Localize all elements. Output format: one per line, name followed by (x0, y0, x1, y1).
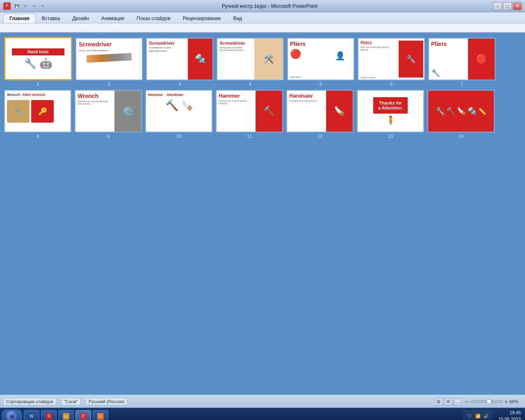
slide2-screwdriver-img (87, 53, 132, 63)
slide-item-12[interactable]: Handsaw In woodworking and carpentry... … (286, 90, 354, 139)
slide-item-9[interactable]: Wrench Wrenches are used for tightening … (75, 90, 142, 139)
tab-design[interactable]: Дизайн (66, 14, 95, 23)
tab-slideshow[interactable]: Показ слайдов (130, 14, 177, 23)
slide-num-14: 14 (459, 134, 463, 139)
taskbar-yandex[interactable]: Я (41, 410, 57, 420)
slide-item-10[interactable]: HammerHandsaw 🔨 🪚 10 (145, 90, 212, 139)
slide-thumb-1[interactable]: Hand tools 🔧 🤖 (4, 37, 72, 80)
slide7-tool-img: 🔧 (431, 68, 440, 78)
slide-thumb-3[interactable]: Screwdriver A screwdriver is used...tigh… (146, 38, 213, 80)
tab-animation[interactable]: Анимация (95, 14, 130, 23)
ribbon-tabs: Главная Вставка Дизайн Анимация Показ сл… (0, 12, 525, 23)
slide-thumb-2[interactable]: Screwdriver Инстр. для завинчивания (75, 38, 143, 80)
tab-view[interactable]: Вид (227, 14, 248, 23)
slide-sorter-icon[interactable]: ⊞ (444, 398, 452, 405)
slide-item-7[interactable]: Pliers 🔴 🔧 7 (428, 38, 495, 87)
slide5-caption: Side-cutters (290, 76, 301, 78)
slide-item-13[interactable]: Thanks fora Attention. 🧍 13 (357, 90, 424, 139)
slide-item-3[interactable]: Screwdriver A screwdriver is used...tigh… (146, 38, 213, 87)
taskbar-clock[interactable]: 19:45 15.05.2022 (496, 410, 523, 420)
status-bar: Сортировщик слайдов "Coral" Русский (Рос… (0, 395, 525, 408)
tab-insert[interactable]: Вставка (36, 14, 66, 23)
slide5-tool-img: 🔴 (290, 49, 301, 59)
slide9-body: Wrenches are used for tightening bolts a… (78, 100, 112, 105)
yandex-icon: Я (46, 413, 52, 420)
taskbar-chrome[interactable]: C (93, 410, 108, 420)
zoom-control: − + 66% (465, 398, 522, 405)
status-mode[interactable]: Сортировщик слайдов (3, 398, 56, 405)
status-lang[interactable]: Русский (Россия) (86, 398, 127, 405)
slide-thumb-8[interactable]: WrenchAllen wrench 🔧 🔑 (4, 90, 71, 132)
window-title: Ручной инстр.1курс - Microsoft PowerPoin… (46, 3, 493, 9)
slide-num-13: 13 (388, 134, 393, 139)
title-bar-left: P 💾 ↩ ↪ ▾ (3, 2, 46, 10)
save-quick-btn[interactable]: 💾 (13, 3, 21, 9)
slide-item-1[interactable]: Hand tools 🔧 🤖 1 (4, 37, 72, 87)
redo-quick-btn[interactable]: ↪ (30, 3, 38, 9)
slide-item-5[interactable]: Pliers 🔴 👤 Side-cutters 5 (287, 38, 354, 87)
slide-thumb-5[interactable]: Pliers 🔴 👤 Side-cutters (287, 38, 354, 80)
close-button[interactable]: ✕ (513, 2, 522, 10)
more-quick-btn[interactable]: ▾ (39, 3, 46, 9)
chrome-icon: C (97, 413, 104, 420)
tray-network-icon[interactable]: 📶 (475, 413, 481, 420)
slide-item-14[interactable]: 🔧 🔨 🪚 🔩 📏 14 (427, 90, 495, 139)
slide10-saw-img: 🪚 (182, 100, 193, 111)
slide6-subtitle: Long-nose pliers (361, 76, 376, 79)
taskbar: ⊞ W Я 🗂 P C 🛡 📶 🔊 19:45 15.05.2022 (0, 408, 525, 420)
slide8-allen-img: 🔑 (31, 100, 54, 123)
slide-thumb-12[interactable]: Handsaw In woodworking and carpentry... … (286, 90, 354, 132)
slide5-person-img: 👤 (335, 51, 345, 61)
maximize-button[interactable]: □ (503, 2, 512, 10)
slide-thumb-10[interactable]: HammerHandsaw 🔨 🪚 (145, 90, 212, 132)
system-tray: 🛡 📶 🔊 (463, 410, 493, 420)
slide-item-6[interactable]: Pliers Pliers are a hand tools used for … (358, 38, 425, 87)
zoom-thumb (486, 399, 491, 404)
slide-item-4[interactable]: Screwdriver A philip/cross screwdriverha… (217, 38, 284, 87)
slide14-tool3: 🪚 (457, 107, 466, 116)
slide-item-8[interactable]: WrenchAllen wrench 🔧 🔑 8 (4, 90, 71, 139)
slide13-title: Thanks fora Attention. (373, 97, 408, 114)
tray-volume-icon[interactable]: 🔊 (483, 413, 489, 420)
zoom-slider[interactable] (470, 400, 503, 403)
undo-quick-btn[interactable]: ↩ (22, 3, 29, 9)
slide-thumb-14[interactable]: 🔧 🔨 🪚 🔩 📏 (427, 90, 495, 132)
start-button[interactable]: ⊞ (2, 410, 22, 420)
slide-item-2[interactable]: Screwdriver Инстр. для завинчивания 2 (75, 38, 143, 87)
slide-row-2: WrenchAllen wrench 🔧 🔑 8 Wrench (4, 90, 521, 139)
slide13-figure-img: 🧍 (386, 115, 396, 125)
slide-num-7: 7 (461, 82, 463, 87)
zoom-out-btn[interactable]: − (465, 398, 468, 405)
slide-thumb-11[interactable]: Hammer Hammers are used for general carp… (216, 90, 283, 132)
slide-thumb-7[interactable]: Pliers 🔴 🔧 (428, 38, 495, 80)
app-icon: P (3, 2, 11, 10)
taskbar-explorer[interactable]: 🗂 (58, 410, 74, 420)
minimize-button[interactable]: – (493, 2, 502, 10)
slide-sorter-area: Hand tools 🔧 🤖 1 Screwdriver Инстр. для … (0, 33, 525, 395)
slide-thumb-6[interactable]: Pliers Pliers are a hand tools used for … (358, 38, 425, 80)
taskbar-word[interactable]: W (24, 410, 39, 420)
tray-shield-icon[interactable]: 🛡 (466, 413, 473, 420)
taskbar-powerpoint[interactable]: P (75, 410, 91, 420)
taskbar-right: 🛡 📶 🔊 19:45 15.05.2022 (463, 410, 523, 420)
slide-num-5: 5 (320, 82, 322, 87)
slide-num-10: 10 (176, 134, 181, 139)
slide8-wrench-img: 🔧 (7, 100, 30, 123)
slide12-body: In woodworking and carpentry... (289, 100, 322, 102)
slide-num-4: 4 (249, 82, 251, 87)
tab-home[interactable]: Главная (3, 14, 36, 23)
slide10-hammer-img: 🔨 (165, 99, 178, 112)
slide11-body: Hammers are used for general carpentry..… (219, 100, 251, 105)
tab-review[interactable]: Рецензирование (177, 14, 227, 23)
slide8-title: WrenchAllen wrench (7, 93, 68, 97)
slide-num-11: 11 (247, 134, 252, 139)
slide-thumb-13[interactable]: Thanks fora Attention. 🧍 (357, 90, 424, 132)
slide-thumb-4[interactable]: Screwdriver A philip/cross screwdriverha… (217, 38, 284, 80)
normal-view-icon[interactable]: ▤ (435, 398, 443, 405)
status-theme[interactable]: "Coral" (61, 398, 81, 405)
slide-thumb-9[interactable]: Wrench Wrenches are used for tightening … (75, 90, 142, 132)
reading-view-icon[interactable]: 📖 (454, 398, 462, 405)
slide-item-11[interactable]: Hammer Hammers are used for general carp… (216, 90, 283, 139)
zoom-in-btn[interactable]: + (504, 398, 508, 405)
powerpoint-icon: P (80, 413, 87, 420)
